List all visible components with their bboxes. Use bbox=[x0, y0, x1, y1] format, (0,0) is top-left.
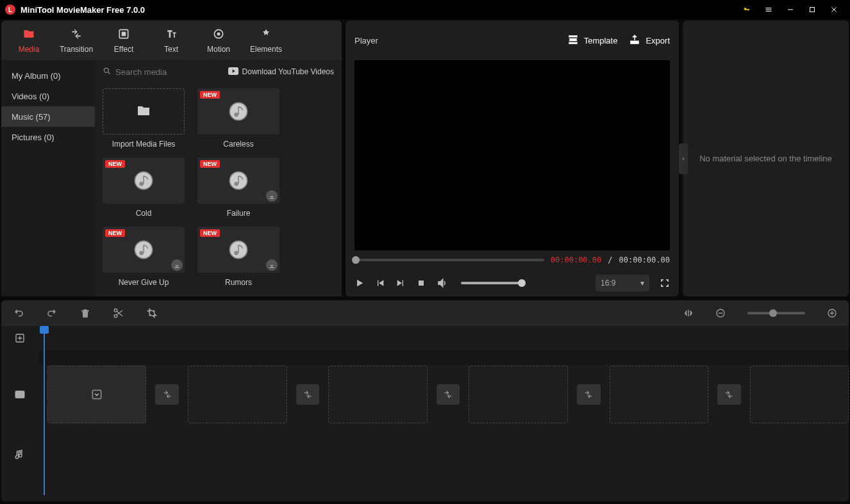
tab-label: Motion bbox=[207, 45, 230, 54]
clip-slot[interactable] bbox=[469, 366, 567, 423]
svg-rect-22 bbox=[719, 313, 723, 313]
minimize-button[interactable] bbox=[779, 0, 801, 19]
timeline-tracks[interactable] bbox=[38, 326, 849, 501]
scrub-handle[interactable] bbox=[352, 256, 360, 264]
close-button[interactable] bbox=[823, 0, 845, 19]
playhead[interactable] bbox=[44, 329, 45, 495]
download-icon[interactable] bbox=[266, 259, 278, 271]
search-icon bbox=[103, 67, 112, 77]
svg-rect-18 bbox=[419, 280, 424, 286]
transition-slot[interactable] bbox=[296, 384, 320, 405]
clip-slot[interactable] bbox=[328, 366, 427, 423]
chevron-down-icon: ▾ bbox=[640, 279, 644, 288]
sidebar-item-videos[interactable]: Videos (0) bbox=[1, 86, 95, 106]
svg-rect-3 bbox=[122, 31, 126, 36]
delete-button[interactable] bbox=[79, 307, 91, 319]
scrub-bar[interactable] bbox=[354, 259, 544, 261]
volume-slider[interactable] bbox=[461, 282, 522, 284]
export-icon bbox=[629, 34, 640, 47]
clip-slot[interactable] bbox=[47, 366, 146, 423]
media-item[interactable]: NEW Failure bbox=[197, 158, 279, 218]
sidebar-item-myalbum[interactable]: My Album (0) bbox=[1, 65, 95, 86]
tab-label: Transition bbox=[60, 45, 93, 54]
svg-rect-25 bbox=[831, 311, 832, 316]
maximize-button[interactable] bbox=[801, 0, 823, 19]
download-youtube-button[interactable]: Download YouTube Videos bbox=[228, 67, 334, 77]
clip-slot[interactable] bbox=[610, 366, 708, 423]
music-note-icon bbox=[228, 170, 249, 191]
video-preview[interactable] bbox=[354, 60, 670, 250]
zoom-out-button[interactable] bbox=[715, 308, 726, 318]
properties-empty-text: No material selected on the timeline bbox=[699, 154, 832, 163]
volume-button[interactable] bbox=[437, 277, 448, 289]
add-track-button[interactable] bbox=[1, 326, 38, 350]
clip-slot[interactable] bbox=[750, 366, 849, 423]
play-button[interactable] bbox=[354, 278, 365, 288]
tab-elements[interactable]: Elements bbox=[242, 22, 290, 59]
time-current: 00:00:00.00 bbox=[551, 256, 601, 264]
stop-button[interactable] bbox=[416, 278, 426, 288]
fullscreen-button[interactable] bbox=[660, 278, 670, 288]
export-button[interactable]: Export bbox=[629, 34, 670, 47]
motion-icon bbox=[212, 28, 225, 42]
transition-icon bbox=[70, 28, 83, 42]
chevron-right-icon: › bbox=[682, 155, 684, 162]
tab-text[interactable]: Text bbox=[147, 22, 195, 59]
template-button[interactable]: Template bbox=[567, 34, 618, 47]
crop-button[interactable] bbox=[146, 307, 158, 319]
media-item[interactable]: NEW Careless bbox=[197, 88, 279, 149]
tab-transition[interactable]: Transition bbox=[53, 22, 100, 59]
svg-rect-0 bbox=[788, 10, 793, 10]
expand-panel-button[interactable]: › bbox=[679, 143, 688, 174]
tab-motion[interactable]: Motion bbox=[195, 22, 242, 59]
effect-icon bbox=[117, 28, 130, 42]
search-input[interactable] bbox=[115, 67, 222, 77]
split-button[interactable] bbox=[113, 307, 124, 319]
aspect-ratio-select[interactable]: 16:9 ▾ bbox=[596, 275, 649, 291]
audio-track-icon bbox=[1, 425, 38, 485]
player-panel: Player Template Export 00:00:00.00 / 00:… bbox=[346, 20, 679, 297]
tab-media[interactable]: Media bbox=[5, 22, 53, 59]
media-item[interactable]: NEW Never Give Up bbox=[103, 227, 185, 287]
svg-point-5 bbox=[217, 32, 221, 35]
fit-timeline-button[interactable] bbox=[683, 308, 694, 318]
volume-handle[interactable] bbox=[518, 279, 526, 287]
download-icon[interactable] bbox=[266, 190, 278, 202]
sidebar-item-pictures[interactable]: Pictures (0) bbox=[1, 127, 95, 147]
zoom-in-button[interactable] bbox=[827, 308, 837, 318]
video-track[interactable] bbox=[38, 364, 849, 425]
media-item[interactable]: NEW Rumors bbox=[197, 227, 279, 287]
tab-label: Effect bbox=[114, 45, 133, 54]
transition-slot[interactable] bbox=[717, 384, 741, 405]
media-item-label: Failure bbox=[197, 209, 279, 218]
transition-slot[interactable] bbox=[437, 384, 460, 405]
svg-point-6 bbox=[104, 68, 108, 72]
zoom-slider[interactable] bbox=[747, 312, 805, 314]
template-label: Template bbox=[584, 36, 618, 45]
media-item-import[interactable]: Import Media Files bbox=[103, 88, 185, 149]
youtube-icon bbox=[228, 67, 238, 77]
new-badge: NEW bbox=[200, 229, 220, 237]
transition-slot[interactable] bbox=[155, 384, 179, 405]
activate-key-button[interactable] bbox=[736, 0, 758, 19]
media-item[interactable]: NEW Cold bbox=[103, 158, 185, 218]
new-badge: NEW bbox=[105, 160, 125, 168]
redo-button[interactable] bbox=[46, 307, 58, 319]
app-title: MiniTool MovieMaker Free 7.0.0 bbox=[21, 5, 145, 15]
media-item-label: Never Give Up bbox=[103, 278, 185, 287]
download-icon[interactable] bbox=[171, 259, 183, 271]
zoom-handle[interactable] bbox=[769, 309, 777, 317]
prev-frame-button[interactable] bbox=[375, 278, 385, 288]
menu-button[interactable] bbox=[758, 0, 779, 19]
sidebar-item-music[interactable]: Music (57) bbox=[1, 106, 95, 127]
transition-slot[interactable] bbox=[577, 384, 601, 405]
clip-slot[interactable] bbox=[188, 366, 287, 423]
tab-effect[interactable]: Effect bbox=[100, 22, 147, 59]
svg-rect-1 bbox=[810, 8, 815, 12]
undo-button[interactable] bbox=[13, 307, 24, 319]
export-label: Export bbox=[646, 36, 670, 45]
audio-track[interactable] bbox=[38, 425, 849, 485]
svg-point-11 bbox=[139, 182, 144, 186]
next-frame-button[interactable] bbox=[396, 278, 406, 288]
timeline-ruler[interactable] bbox=[38, 326, 849, 350]
